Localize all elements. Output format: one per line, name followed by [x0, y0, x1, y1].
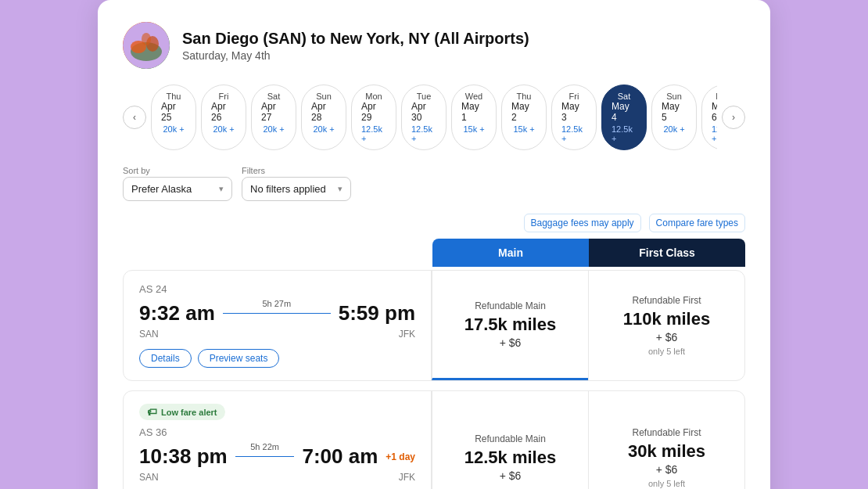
main-fare-label: Refundable Main: [475, 433, 546, 444]
pill-day: Fri: [569, 92, 579, 101]
tag-icon: 🏷: [147, 406, 157, 418]
pill-price: 12.5k +: [712, 124, 717, 143]
date-pill[interactable]: Wed May 1 15k +: [451, 84, 497, 150]
empty-header: [123, 239, 432, 267]
pill-date: May 4: [612, 101, 637, 123]
flight-buttons: Details Preview seats: [139, 349, 415, 368]
sort-control: Sort by Prefer Alaska ▾: [123, 166, 232, 201]
header-text: San Diego (SAN) to New York, NY (All Air…: [182, 30, 529, 62]
first-fare-label: Refundable First: [632, 295, 701, 306]
filter-label: Filters: [242, 166, 351, 175]
pill-date: Apr 26: [211, 101, 236, 123]
pill-date: Apr 28: [311, 101, 336, 123]
pill-day: Thu: [167, 92, 181, 101]
main-card: San Diego (SAN) to New York, NY (All Air…: [98, 0, 770, 489]
filter-control: Filters No filters applied ▾: [242, 166, 351, 201]
pill-day: Fri: [219, 92, 229, 101]
first-miles: 110k miles: [623, 309, 710, 329]
svg-point-4: [142, 33, 151, 45]
compare-fares-button[interactable]: Compare fare types: [649, 214, 745, 232]
details-button[interactable]: Details: [139, 349, 192, 368]
scroll-left-button[interactable]: ‹: [123, 106, 146, 129]
date-pill[interactable]: Sun Apr 28 20k +: [301, 84, 346, 150]
date-pill[interactable]: Thu May 2 15k +: [501, 84, 547, 150]
date-pill[interactable]: Sat May 4 12.5k +: [601, 84, 647, 150]
arrive-time: 7:00 am: [302, 444, 378, 469]
first-note: only 5 left: [648, 479, 685, 488]
pill-day: Mon: [716, 92, 717, 101]
flight-number: AS 36: [139, 426, 415, 438]
main-cash: + $6: [500, 469, 522, 482]
depart-time: 10:38 pm: [139, 444, 228, 469]
depart-airport: SAN: [139, 329, 159, 340]
first-cash: + $6: [656, 331, 678, 343]
first-fare-cell[interactable]: Refundable First 110k miles + $6 only 5 …: [588, 271, 744, 380]
sort-label: Sort by: [123, 166, 232, 175]
scroll-right-button[interactable]: ›: [722, 106, 745, 129]
pill-price: 12.5k +: [361, 124, 386, 143]
top-actions: Baggage fees may apply Compare fare type…: [123, 214, 745, 232]
date-pill[interactable]: Tue Apr 30 12.5k +: [401, 84, 447, 150]
pill-day: Sat: [618, 92, 631, 101]
pill-day: Thu: [517, 92, 532, 101]
arrive-airport: JFK: [399, 472, 415, 483]
flight-header: San Diego (SAN) to New York, NY (All Air…: [123, 22, 745, 69]
controls-bar: Sort by Prefer Alaska ▾ Filters No filte…: [123, 166, 745, 201]
depart-airport: SAN: [139, 472, 159, 483]
date-pill[interactable]: Mon Apr 29 12.5k +: [351, 84, 396, 150]
route-title: San Diego (SAN) to New York, NY (All Air…: [182, 30, 529, 48]
date-pill[interactable]: Thu Apr 25 20k +: [151, 84, 196, 150]
flight-times: 9:32 am 5h 27m 5:59 pm: [139, 301, 415, 325]
pill-date: Apr 25: [161, 101, 186, 123]
date-pill[interactable]: Sat Apr 27 20k +: [251, 84, 296, 150]
first-fare-cell[interactable]: Refundable First 30k miles + $6 only 5 l…: [588, 391, 744, 489]
first-class-header: First Class: [589, 239, 745, 267]
flights-container: AS 24 9:32 am 5h 27m 5:59 pm SAN JFK Det…: [123, 270, 745, 489]
low-fare-text: Low fare alert: [161, 408, 217, 417]
pill-price: 20k +: [313, 124, 334, 134]
pill-price: 12.5k +: [561, 124, 586, 143]
duration: 5h 27m: [262, 299, 291, 308]
date-pill[interactable]: Fri May 3 12.5k +: [551, 84, 597, 150]
flight-line: 5h 22m: [235, 456, 295, 458]
pill-price: 20k +: [663, 124, 684, 134]
pill-price: 20k +: [213, 124, 234, 134]
flight-row: 🏷 Low fare alert AS 36 10:38 pm 5h 22m 7…: [123, 390, 745, 489]
first-fare-label: Refundable First: [632, 427, 701, 438]
baggage-fees-button[interactable]: Baggage fees may apply: [524, 214, 641, 232]
pill-date: May 3: [561, 101, 586, 123]
filter-select[interactable]: No filters applied ▾: [242, 177, 351, 201]
main-miles: 17.5k miles: [464, 315, 556, 335]
fare-header: Main First Class: [123, 239, 745, 267]
date-pills-container: Thu Apr 25 20k + Fri Apr 26 20k + Sat Ap…: [151, 84, 717, 150]
pill-price: 20k +: [263, 124, 284, 134]
arrive-airport: JFK: [399, 329, 415, 340]
date-pill[interactable]: Sun May 5 20k +: [651, 84, 697, 150]
sort-select[interactable]: Prefer Alaska ▾: [123, 177, 232, 201]
date-pill[interactable]: Fri Apr 26 20k +: [201, 84, 246, 150]
main-fare-cell[interactable]: Refundable Main 17.5k miles + $6: [432, 271, 588, 380]
flight-info-0: AS 24 9:32 am 5h 27m 5:59 pm SAN JFK Det…: [124, 271, 432, 380]
first-cash: + $6: [656, 463, 678, 476]
flight-number: AS 24: [139, 283, 415, 295]
pill-date: Apr 27: [261, 101, 286, 123]
pill-price: 12.5k +: [612, 124, 637, 143]
pill-day: Tue: [417, 92, 432, 101]
date-pill[interactable]: Mon May 6 12.5k +: [701, 84, 717, 150]
destination-avatar: [123, 22, 170, 69]
pill-day: Wed: [465, 92, 482, 101]
pill-price: 12.5k +: [411, 124, 436, 143]
main-fare-cell[interactable]: Refundable Main 12.5k miles + $6: [432, 391, 588, 489]
pill-date: Apr 29: [361, 101, 386, 123]
low-fare-badge: 🏷 Low fare alert: [139, 404, 225, 420]
plus-day: +1 day: [386, 451, 415, 462]
preview-seats-button[interactable]: Preview seats: [198, 349, 280, 368]
flight-times: 10:38 pm 5h 22m 7:00 am +1 day: [139, 444, 415, 469]
pill-date: May 1: [461, 101, 486, 123]
pill-price: 15k +: [463, 124, 484, 134]
first-note: only 5 left: [648, 347, 685, 356]
depart-time: 9:32 am: [139, 301, 215, 325]
flight-line: 5h 27m: [223, 313, 331, 315]
arrive-time: 5:59 pm: [339, 301, 415, 325]
sort-value: Prefer Alaska: [131, 183, 192, 195]
